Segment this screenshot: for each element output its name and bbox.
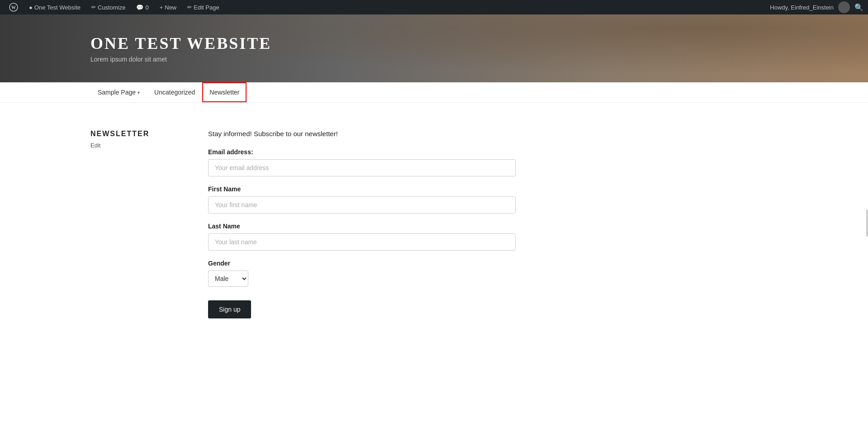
last-name-group: Last Name: [208, 223, 516, 251]
first-name-input[interactable]: [208, 196, 516, 214]
avatar: [838, 1, 850, 13]
plus-icon: +: [160, 4, 163, 11]
form-intro: Stay informed! Subscribe to our newslett…: [208, 130, 516, 138]
first-name-label: First Name: [208, 185, 516, 193]
site-tagline: Lorem ipsum dolor sit amet: [90, 56, 868, 63]
admin-bar-wp-icon: ●: [29, 4, 33, 11]
last-name-input[interactable]: [208, 233, 516, 251]
signup-button[interactable]: Sign up: [208, 300, 251, 318]
newsletter-heading: NEWSLETTER: [90, 130, 181, 138]
site-header: ONE TEST WEBSITE Lorem ipsum dolor sit a…: [0, 14, 868, 82]
svg-text:W: W: [11, 5, 16, 10]
newsletter-form-section: Stay informed! Subscribe to our newslett…: [208, 130, 516, 318]
nav-item-uncategorized[interactable]: Uncategorized: [147, 82, 202, 102]
search-icon[interactable]: 🔍: [854, 3, 863, 12]
comment-icon: 💬: [136, 4, 143, 11]
admin-bar-comments[interactable]: 💬 0: [132, 0, 153, 14]
howdy-text: Howdy, Einfred_Einstein: [770, 4, 834, 11]
newsletter-form: Email address: First Name Last Name Gend…: [208, 148, 516, 318]
email-label: Email address:: [208, 148, 516, 156]
admin-bar-new[interactable]: + New: [155, 0, 181, 14]
email-group: Email address:: [208, 148, 516, 176]
gender-select[interactable]: Male Female Other: [208, 270, 248, 287]
customize-pencil-icon: ✏: [91, 4, 96, 10]
scrollbar[interactable]: [866, 209, 868, 237]
edit-page-pencil-icon: ✏: [187, 4, 192, 10]
site-nav: Sample Page ▾ Uncategorized Newsletter: [0, 82, 868, 103]
admin-bar-wp-logo[interactable]: W: [5, 0, 23, 14]
admin-bar-customize[interactable]: ✏ Customize: [87, 0, 130, 14]
chevron-down-icon: ▾: [138, 90, 140, 95]
edit-link[interactable]: Edit: [90, 142, 100, 149]
admin-bar-edit-page[interactable]: ✏ Edit Page: [183, 0, 223, 14]
site-header-content: ONE TEST WEBSITE Lorem ipsum dolor sit a…: [90, 34, 868, 63]
main-content: NEWSLETTER Edit Stay informed! Subscribe…: [0, 103, 868, 346]
content-sidebar: NEWSLETTER Edit: [90, 130, 181, 318]
nav-item-newsletter[interactable]: Newsletter: [202, 82, 247, 102]
admin-bar-site-name[interactable]: ● One Test Website: [24, 0, 85, 14]
page-wrapper: ONE TEST WEBSITE Lorem ipsum dolor sit a…: [0, 14, 868, 346]
gender-label: Gender: [208, 260, 516, 267]
last-name-label: Last Name: [208, 223, 516, 230]
admin-bar: W ● One Test Website ✏ Customize 💬 0 + N…: [0, 0, 868, 14]
email-input[interactable]: [208, 159, 516, 176]
site-title: ONE TEST WEBSITE: [90, 34, 868, 53]
gender-group: Gender Male Female Other: [208, 260, 516, 287]
first-name-group: First Name: [208, 185, 516, 214]
nav-item-sample-page[interactable]: Sample Page ▾: [90, 82, 147, 102]
